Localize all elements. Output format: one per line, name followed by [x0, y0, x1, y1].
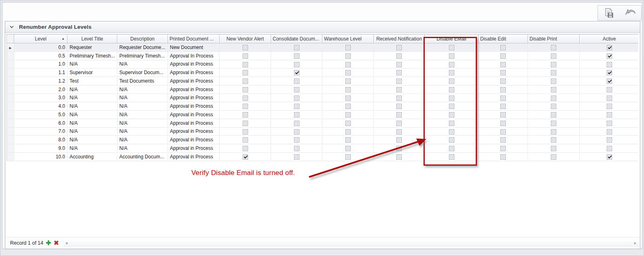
cell-received_notification[interactable] [374, 102, 425, 111]
checkbox-disable_email-unchecked[interactable] [449, 53, 454, 59]
checkbox-consolidate_documents-unchecked[interactable] [294, 53, 299, 59]
cell-disable_print[interactable] [528, 127, 580, 136]
cell-consolidate_documents[interactable] [271, 43, 322, 52]
cell-received_notification[interactable] [374, 68, 425, 77]
cell-disable_email[interactable] [425, 77, 479, 85]
checkbox-disable_edit-unchecked[interactable] [500, 62, 506, 67]
checkbox-disable_edit-unchecked[interactable] [500, 53, 506, 59]
cell-consolidate_documents[interactable] [271, 144, 322, 153]
checkbox-disable_print-unchecked[interactable] [551, 112, 556, 117]
checkbox-active-unchecked[interactable] [607, 87, 612, 92]
checkbox-received_notification-unchecked[interactable] [396, 154, 402, 160]
checkbox-consolidate_documents-unchecked[interactable] [294, 96, 299, 101]
checkbox-warehouse_level-unchecked[interactable] [345, 53, 351, 59]
cell-level_title[interactable]: Preliminary Timesh... [68, 51, 117, 60]
checkbox-received_notification-unchecked[interactable] [396, 121, 402, 126]
cell-consolidate_documents[interactable] [271, 85, 322, 94]
checkbox-disable_edit-unchecked[interactable] [500, 79, 506, 84]
cell-new_vendor_alert[interactable] [220, 68, 271, 77]
cell-description[interactable]: N/A [117, 94, 168, 102]
cell-new_vendor_alert[interactable] [220, 51, 271, 60]
cell-warehouse_level[interactable] [322, 144, 374, 153]
checkbox-new_vendor_alert-unchecked[interactable] [243, 45, 248, 50]
checkbox-active-unchecked[interactable] [607, 121, 612, 126]
checkbox-warehouse_level-unchecked[interactable] [345, 146, 351, 151]
cell-description[interactable]: N/A [117, 60, 168, 68]
cell-warehouse_level[interactable] [322, 119, 374, 127]
cell-disable_edit[interactable] [479, 85, 528, 94]
checkbox-disable_print-unchecked[interactable] [551, 96, 556, 101]
cell-active[interactable] [580, 94, 639, 102]
cell-consolidate_documents[interactable] [271, 136, 322, 144]
cell-disable_email[interactable] [425, 94, 479, 102]
cell-warehouse_level[interactable] [322, 127, 374, 136]
column-header-printed_document[interactable]: Printed Document ... [168, 34, 220, 43]
checkbox-consolidate_documents-checked[interactable] [294, 70, 299, 75]
cell-active[interactable] [580, 77, 639, 85]
cell-printed_document[interactable]: Approval in Process [168, 111, 220, 119]
cell-disable_edit[interactable] [479, 152, 528, 161]
cell-description[interactable]: Supervisor Docum... [117, 68, 168, 77]
cell-disable_print[interactable] [528, 94, 580, 102]
cell-warehouse_level[interactable] [322, 111, 374, 119]
cell-consolidate_documents[interactable] [271, 111, 322, 119]
checkbox-new_vendor_alert-checked[interactable] [243, 154, 248, 160]
cell-new_vendor_alert[interactable] [220, 144, 271, 153]
checkbox-disable_email-unchecked[interactable] [449, 79, 454, 84]
cell-disable_email[interactable] [425, 144, 479, 153]
checkbox-disable_email-unchecked[interactable] [449, 129, 454, 134]
cell-disable_edit[interactable] [479, 94, 528, 102]
cell-disable_email[interactable] [425, 136, 479, 144]
cell-disable_email[interactable] [425, 68, 479, 77]
cell-disable_print[interactable] [528, 85, 580, 94]
checkbox-active-unchecked[interactable] [607, 104, 612, 109]
scroll-left-icon[interactable]: ◄ [63, 241, 70, 245]
checkbox-disable_email-unchecked[interactable] [449, 45, 454, 50]
checkbox-warehouse_level-unchecked[interactable] [345, 154, 351, 160]
checkbox-new_vendor_alert-unchecked[interactable] [243, 62, 248, 67]
checkbox-warehouse_level-unchecked[interactable] [345, 79, 351, 84]
cell-active[interactable] [580, 85, 639, 94]
checkbox-disable_edit-unchecked[interactable] [500, 112, 506, 117]
cell-printed_document[interactable]: Approval In Process [168, 51, 220, 60]
cell-level[interactable]: 2.0 [14, 85, 68, 94]
checkbox-active-checked[interactable] [607, 154, 612, 160]
checkbox-warehouse_level-unchecked[interactable] [345, 96, 351, 101]
checkbox-consolidate_documents-unchecked[interactable] [294, 112, 299, 117]
cell-consolidate_documents[interactable] [271, 102, 322, 111]
checkbox-disable_edit-unchecked[interactable] [500, 146, 506, 151]
undo-button[interactable] [621, 6, 639, 19]
cell-printed_document[interactable]: Approval in Process [168, 136, 220, 144]
cell-new_vendor_alert[interactable] [220, 111, 271, 119]
checkbox-active-checked[interactable] [607, 53, 612, 59]
cell-printed_document[interactable]: Approval in Process [168, 68, 220, 77]
checkbox-active-unchecked[interactable] [607, 146, 612, 151]
checkbox-active-unchecked[interactable] [607, 129, 612, 134]
table-row[interactable]: 1.0N/AN/AApproval in Process [7, 60, 639, 68]
cell-disable_email[interactable] [425, 119, 479, 127]
cell-new_vendor_alert[interactable] [220, 152, 271, 161]
checkbox-new_vendor_alert-unchecked[interactable] [243, 79, 248, 84]
cell-disable_edit[interactable] [479, 43, 528, 52]
checkbox-new_vendor_alert-unchecked[interactable] [243, 121, 248, 126]
checkbox-disable_print-unchecked[interactable] [551, 79, 556, 84]
checkbox-disable_print-unchecked[interactable] [551, 137, 556, 143]
checkbox-consolidate_documents-unchecked[interactable] [294, 154, 299, 160]
checkbox-disable_print-unchecked[interactable] [551, 87, 556, 92]
cell-new_vendor_alert[interactable] [220, 85, 271, 94]
cell-disable_email[interactable] [425, 111, 479, 119]
cell-warehouse_level[interactable] [322, 152, 374, 161]
cell-disable_print[interactable] [528, 68, 580, 77]
cell-disable_edit[interactable] [479, 119, 528, 127]
checkbox-disable_email-unchecked[interactable] [449, 121, 454, 126]
checkbox-received_notification-unchecked[interactable] [396, 45, 402, 50]
cell-received_notification[interactable] [374, 94, 425, 102]
cell-disable_edit[interactable] [479, 60, 528, 68]
checkbox-new_vendor_alert-unchecked[interactable] [243, 112, 248, 117]
checkbox-active-unchecked[interactable] [607, 96, 612, 101]
cell-consolidate_documents[interactable] [271, 51, 322, 60]
checkbox-disable_edit-unchecked[interactable] [500, 104, 506, 109]
checkbox-received_notification-unchecked[interactable] [396, 146, 402, 151]
cell-description[interactable]: Requester Docume... [117, 43, 168, 52]
cell-description[interactable]: N/A [117, 127, 168, 136]
